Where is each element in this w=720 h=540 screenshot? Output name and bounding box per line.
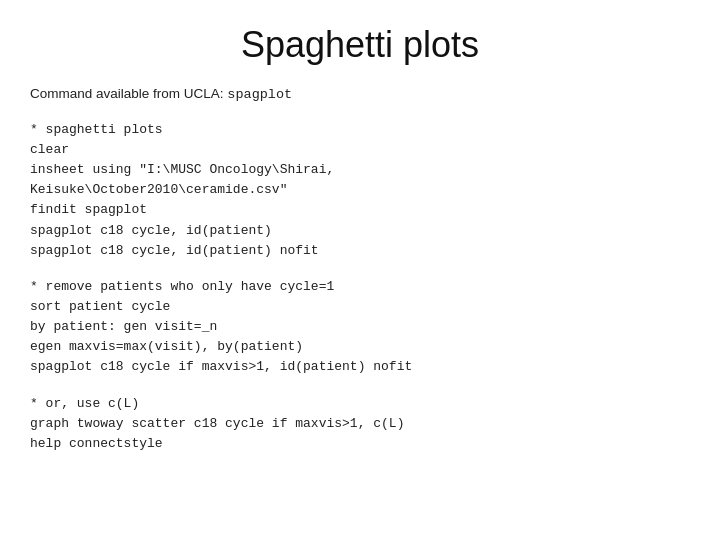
code-block-1: * spaghetti plots clear insheet using "I… (30, 120, 690, 261)
intro-line: Command available from UCLA: spagplot (30, 84, 690, 106)
code-block-3: * or, use c(L) graph twoway scatter c18 … (30, 394, 690, 454)
intro-command-text: spagplot (227, 87, 292, 102)
page-title: Spaghetti plots (0, 0, 720, 84)
intro-text: Command available from UCLA: (30, 86, 224, 101)
code-block-2: * remove patients who only have cycle=1 … (30, 277, 690, 378)
main-content: Command available from UCLA: spagplot * … (0, 84, 720, 454)
